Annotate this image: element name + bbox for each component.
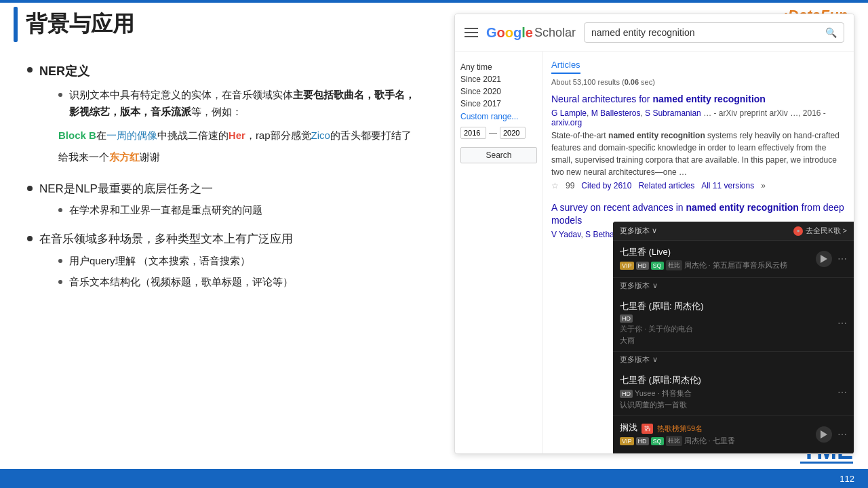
search-input[interactable]: named entity recognition [591, 27, 825, 38]
related-articles-1[interactable]: Related articles [638, 181, 694, 190]
bullet-academic: 在学术界和工业界一直都是重点研究的问题 [58, 201, 420, 219]
result-2-author-yadav[interactable]: V Yadav [551, 230, 580, 239]
tag-sq-4: SQ [651, 437, 664, 445]
song-3-info: 七里香 (原唱:周杰伦) HD Yusee · 抖音集合 认识周董的第一首歌 [620, 374, 832, 410]
filter-custom-range[interactable]: Custom range... [460, 112, 518, 121]
example-dongfanghong: 东方红 [109, 151, 140, 163]
song-3-artist: Yusee · 抖音集合 [635, 388, 692, 399]
filter-since2021[interactable]: Since 2021 [460, 75, 537, 84]
svg-marker-2 [821, 255, 827, 263]
page-number: 112 [840, 474, 854, 484]
tag-sq-1: SQ [651, 262, 664, 270]
cited-by-link-1[interactable]: Cited by 2610 [581, 181, 631, 190]
song-1-artist: 周杰伦 · 第五届百事音乐风云榜 [684, 260, 787, 270]
svg-rect-1 [800, 462, 853, 464]
bullet-structure: 音乐文本结构化（视频标题，歌单标题，评论等） [58, 273, 420, 291]
tag-vip-1: VIP [620, 262, 634, 270]
result-1-title[interactable]: Neural architectures for named entity re… [551, 93, 846, 106]
year-from-input[interactable] [460, 127, 486, 139]
song-3-more-btn[interactable]: ⋯ [837, 387, 847, 398]
svg-marker-3 [821, 430, 827, 439]
song-item-3: 七里香 (原唱:周杰伦) HD Yusee · 抖音集合 认识周董的第一首歌 ⋯ [613, 369, 854, 416]
ner-detail-text: 识别文本中具有特定意义的实体，在音乐领域实体主要包括歌曲名，歌手名，影视综艺，版… [69, 86, 420, 121]
bullet-ner-detail: 识别文本中具有特定意义的实体，在音乐领域实体主要包括歌曲名，歌手名，影视综艺，版… [58, 86, 420, 121]
bullet-ner-nlp: NER是NLP最重要的底层任务之一 在学术界和工业界一直都是重点研究的问题 [27, 180, 420, 223]
bullet-dot-3-1 [58, 259, 62, 263]
scholar-search-bar[interactable]: named entity recognition 🔍 [584, 22, 844, 43]
karaoke-link[interactable]: ● 去全民K歌 > [793, 226, 847, 236]
example-block: Block B在一周的偶像中挑战二倍速的Her，rap部分感觉Zico的舌头都要… [58, 126, 420, 167]
bullet-query: 用户query理解 （文本搜索，语音搜索） [58, 252, 420, 270]
tag-hd-4: HD [636, 437, 649, 445]
articles-tab[interactable]: Articles [551, 60, 580, 74]
filter-since2017[interactable]: Since 2017 [460, 99, 537, 108]
result-1-author-lample[interactable]: G Lample [551, 108, 587, 118]
song-2-info: 七里香 (原唱: 周杰伦) HD 关于你 · 关于你的电台 大雨 [620, 300, 832, 346]
more-versions-row-1: 更多版本 ∨ [613, 278, 854, 295]
song-4-more-btn[interactable]: ⋯ [837, 429, 847, 440]
result-1-author-subramanian[interactable]: S Subramanian [645, 108, 701, 118]
bullet-ner-def: NER定义 识别文本中具有特定意义的实体，在音乐领域实体主要包括歌曲名，歌手名，… [27, 61, 420, 173]
example-zico: Zico [311, 129, 330, 141]
song-2-subtitle: 关于你 · 关于你的电台 [620, 324, 832, 334]
hamburger-menu-icon[interactable] [465, 28, 478, 37]
search-icon[interactable]: 🔍 [825, 27, 837, 38]
song-item-1: 七里香 (Live) VIP HD SQ 杜比 周杰伦 · 第五届百事音乐风云榜… [613, 241, 854, 278]
year-range-selector: — [460, 127, 537, 139]
year-to-input[interactable] [500, 127, 526, 139]
results-count: About 53,100 results (0.06 sec) [551, 78, 846, 86]
example-idol: 一周的偶像 [106, 129, 157, 141]
song-2-more-btn[interactable]: ⋯ [837, 318, 847, 329]
result-1-snippet: State-of-the-art named entity recognitio… [551, 129, 846, 178]
song-3-tags: HD Yusee · 抖音集合 [620, 388, 832, 399]
karaoke-text[interactable]: 去全民K歌 > [806, 226, 847, 236]
more-versions-1-btn[interactable]: 更多版本 ∨ [620, 281, 847, 291]
bullet-dot-2-1 [58, 208, 62, 212]
song-2-tags: HD [620, 314, 832, 323]
result-1-actions: ☆ 99 Cited by 2610 Related articles All … [551, 181, 846, 190]
page-title: 背景与应用 [26, 9, 134, 39]
tag-hd-3: HD [620, 390, 633, 398]
example-line-1: Block B在一周的偶像中挑战二倍速的Her，rap部分感觉Zico的舌头都要… [58, 126, 420, 146]
filter-since2020[interactable]: Since 2020 [460, 87, 537, 96]
scholar-panel: Google Scholar named entity recognition … [454, 14, 854, 454]
result-item-1: Neural architectures for named entity re… [551, 93, 846, 190]
top-accent-bar [0, 0, 868, 3]
song-1-more-btn[interactable]: ⋯ [837, 253, 847, 264]
hot-badge-4: 热 [642, 424, 653, 434]
academic-text: 在学术界和工业界一直都是重点研究的问题 [69, 201, 420, 219]
ner-definition-label: NER定义 [39, 64, 90, 78]
song-4-play-btn[interactable] [816, 426, 832, 443]
song-4-tags: VIP HD SQ 杜比 周杰伦 · 七里香 [620, 436, 810, 446]
scholar-label: Scholar [534, 26, 576, 40]
cited-count-1: 99 [566, 181, 574, 190]
song-2-title: 七里香 (原唱: 周杰伦) [620, 300, 832, 312]
filter-anytime[interactable]: Any time [460, 62, 537, 72]
title-block: 背景与应用 [14, 7, 134, 42]
more-versions-2-btn[interactable]: 更多版本 ∨ [620, 354, 847, 365]
star-icon-1[interactable]: ☆ [551, 181, 559, 190]
song-4-title: 搁浅 [620, 422, 637, 434]
example-line-2: 给我来一个东方红谢谢 [58, 148, 420, 167]
more-versions-header-btn[interactable]: 更多版本 ∨ [620, 226, 657, 236]
tag-hd-2: HD [620, 314, 633, 323]
search-button[interactable]: Search [460, 147, 537, 163]
google-scholar-logo: Google Scholar [486, 25, 576, 41]
title-accent-bar [14, 7, 18, 42]
all-versions-1[interactable]: All 11 versions [701, 181, 754, 190]
song-2-desc: 大雨 [620, 336, 832, 346]
structure-text: 音乐文本结构化（视频标题，歌单标题，评论等） [69, 273, 420, 291]
bullet-dot-3-2 [58, 280, 62, 284]
bullet-dot-1 [27, 67, 33, 73]
song-1-tags: VIP HD SQ 杜比 周杰伦 · 第五届百事音乐风云榜 [620, 260, 810, 270]
music-header-left: 更多版本 ∨ [620, 226, 657, 236]
result-1-author-ballesteros[interactable]: M Ballesteros [591, 108, 641, 118]
result-1-source-link[interactable]: arxiv.org [551, 118, 582, 127]
song-3-desc: 认识周董的第一首歌 [620, 400, 832, 410]
more-versions-row-2: 更多版本 ∨ [613, 352, 854, 369]
bullet-dot-2 [27, 186, 33, 191]
song-1-play-btn[interactable] [816, 251, 832, 267]
result-1-meta: G Lample, M Ballesteros, S Subramanian …… [551, 108, 846, 127]
song-4-artist: 周杰伦 · 七里香 [684, 436, 735, 446]
tag-hd-1: HD [636, 262, 649, 270]
